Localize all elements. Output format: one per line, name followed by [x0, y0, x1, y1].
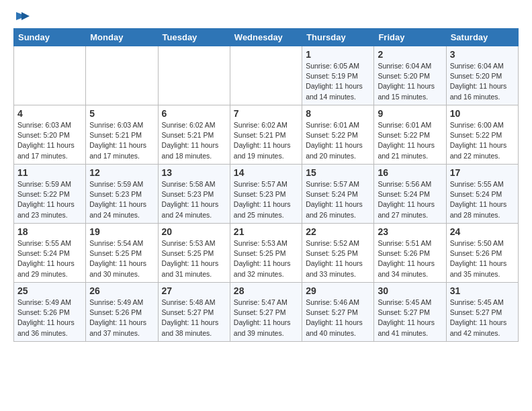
day-info: Sunrise: 5:47 AM Sunset: 5:27 PM Dayligh… [234, 298, 298, 338]
day-number: 3 [450, 49, 515, 60]
day-info: Sunrise: 5:56 AM Sunset: 5:24 PM Dayligh… [378, 179, 442, 220]
calendar-cell [86, 46, 158, 105]
day-info: Sunrise: 5:53 AM Sunset: 5:25 PM Dayligh… [234, 238, 298, 279]
calendar-cell: 3Sunrise: 6:04 AM Sunset: 5:20 PM Daylig… [446, 46, 518, 105]
day-info: Sunrise: 6:00 AM Sunset: 5:22 PM Dayligh… [450, 120, 515, 161]
calendar-cell: 21Sunrise: 5:53 AM Sunset: 5:25 PM Dayli… [230, 224, 302, 283]
day-info: Sunrise: 5:52 AM Sunset: 5:25 PM Dayligh… [306, 238, 370, 279]
day-info: Sunrise: 5:51 AM Sunset: 5:26 PM Dayligh… [378, 238, 442, 279]
calendar-cell: 25Sunrise: 5:49 AM Sunset: 5:26 PM Dayli… [14, 283, 86, 342]
day-info: Sunrise: 5:46 AM Sunset: 5:27 PM Dayligh… [306, 298, 370, 338]
calendar-cell: 6Sunrise: 6:02 AM Sunset: 5:21 PM Daylig… [158, 105, 230, 165]
day-info: Sunrise: 5:49 AM Sunset: 5:26 PM Dayligh… [89, 298, 154, 338]
day-number: 4 [17, 108, 82, 119]
calendar-cell: 30Sunrise: 5:45 AM Sunset: 5:27 PM Dayli… [374, 283, 446, 342]
day-number: 2 [378, 49, 442, 60]
calendar-cell [158, 46, 230, 105]
day-number: 16 [378, 167, 442, 178]
day-info: Sunrise: 5:54 AM Sunset: 5:25 PM Dayligh… [89, 238, 154, 279]
day-number: 20 [162, 226, 226, 237]
calendar-cell: 22Sunrise: 5:52 AM Sunset: 5:25 PM Dayli… [302, 224, 374, 283]
day-number: 25 [17, 285, 82, 296]
day-number: 12 [89, 167, 154, 178]
day-number: 19 [89, 226, 154, 237]
calendar-cell: 12Sunrise: 5:59 AM Sunset: 5:23 PM Dayli… [86, 165, 158, 224]
calendar-cell: 27Sunrise: 5:48 AM Sunset: 5:27 PM Dayli… [158, 283, 230, 342]
calendar-cell: 8Sunrise: 6:01 AM Sunset: 5:22 PM Daylig… [302, 105, 374, 165]
day-number: 8 [306, 108, 370, 119]
svg-marker-1 [21, 12, 30, 20]
day-number: 28 [234, 285, 298, 296]
calendar-week-3: 18Sunrise: 5:55 AM Sunset: 5:24 PM Dayli… [14, 224, 519, 283]
day-info: Sunrise: 5:50 AM Sunset: 5:26 PM Dayligh… [450, 238, 515, 279]
calendar-cell: 7Sunrise: 6:02 AM Sunset: 5:21 PM Daylig… [230, 105, 302, 165]
day-info: Sunrise: 6:04 AM Sunset: 5:20 PM Dayligh… [378, 61, 442, 102]
calendar-cell: 28Sunrise: 5:47 AM Sunset: 5:27 PM Dayli… [230, 283, 302, 342]
col-header-tuesday: Tuesday [158, 29, 230, 46]
calendar-cell: 23Sunrise: 5:51 AM Sunset: 5:26 PM Dayli… [374, 224, 446, 283]
day-number: 26 [89, 285, 154, 296]
day-info: Sunrise: 5:57 AM Sunset: 5:23 PM Dayligh… [234, 179, 298, 220]
day-number: 14 [234, 167, 298, 178]
day-number: 10 [450, 108, 515, 119]
day-number: 31 [450, 285, 515, 296]
day-number: 29 [306, 285, 370, 296]
day-number: 27 [162, 285, 226, 296]
calendar-cell: 17Sunrise: 5:55 AM Sunset: 5:24 PM Dayli… [446, 165, 518, 224]
day-info: Sunrise: 5:59 AM Sunset: 5:22 PM Dayligh… [17, 179, 82, 220]
day-info: Sunrise: 5:48 AM Sunset: 5:27 PM Dayligh… [162, 298, 226, 338]
day-number: 22 [306, 226, 370, 237]
calendar-cell: 9Sunrise: 6:01 AM Sunset: 5:22 PM Daylig… [374, 105, 446, 165]
calendar-cell: 24Sunrise: 5:50 AM Sunset: 5:26 PM Dayli… [446, 224, 518, 283]
day-info: Sunrise: 6:04 AM Sunset: 5:20 PM Dayligh… [450, 61, 515, 102]
calendar-cell: 11Sunrise: 5:59 AM Sunset: 5:22 PM Dayli… [14, 165, 86, 224]
day-info: Sunrise: 5:45 AM Sunset: 5:27 PM Dayligh… [378, 298, 442, 338]
day-number: 9 [378, 108, 442, 119]
day-number: 18 [17, 226, 82, 237]
day-number: 15 [306, 167, 370, 178]
day-info: Sunrise: 5:59 AM Sunset: 5:23 PM Dayligh… [89, 179, 154, 220]
calendar-table: SundayMondayTuesdayWednesdayThursdayFrid… [13, 28, 519, 342]
col-header-saturday: Saturday [446, 29, 518, 46]
day-number: 11 [17, 167, 82, 178]
day-info: Sunrise: 6:01 AM Sunset: 5:22 PM Dayligh… [378, 120, 442, 161]
calendar-cell: 16Sunrise: 5:56 AM Sunset: 5:24 PM Dayli… [374, 165, 446, 224]
day-number: 7 [234, 108, 298, 119]
day-info: Sunrise: 5:45 AM Sunset: 5:27 PM Dayligh… [450, 298, 515, 338]
col-header-friday: Friday [374, 29, 446, 46]
calendar-cell: 13Sunrise: 5:58 AM Sunset: 5:23 PM Dayli… [158, 165, 230, 224]
calendar-week-0: 1Sunrise: 6:05 AM Sunset: 5:19 PM Daylig… [14, 46, 519, 105]
col-header-thursday: Thursday [302, 29, 374, 46]
col-header-monday: Monday [86, 29, 158, 46]
page-header [13, 11, 519, 21]
calendar-cell: 26Sunrise: 5:49 AM Sunset: 5:26 PM Dayli… [86, 283, 158, 342]
calendar-cell [230, 46, 302, 105]
calendar-cell: 2Sunrise: 6:04 AM Sunset: 5:20 PM Daylig… [374, 46, 446, 105]
calendar-cell: 19Sunrise: 5:54 AM Sunset: 5:25 PM Dayli… [86, 224, 158, 283]
calendar-cell: 14Sunrise: 5:57 AM Sunset: 5:23 PM Dayli… [230, 165, 302, 224]
calendar-cell: 10Sunrise: 6:00 AM Sunset: 5:22 PM Dayli… [446, 105, 518, 165]
day-info: Sunrise: 6:05 AM Sunset: 5:19 PM Dayligh… [306, 61, 370, 102]
logo [13, 11, 30, 21]
day-info: Sunrise: 6:02 AM Sunset: 5:21 PM Dayligh… [162, 120, 226, 161]
day-info: Sunrise: 5:55 AM Sunset: 5:24 PM Dayligh… [450, 179, 515, 220]
day-number: 21 [234, 226, 298, 237]
calendar-cell: 29Sunrise: 5:46 AM Sunset: 5:27 PM Dayli… [302, 283, 374, 342]
day-number: 5 [89, 108, 154, 119]
calendar-cell: 15Sunrise: 5:57 AM Sunset: 5:24 PM Dayli… [302, 165, 374, 224]
day-info: Sunrise: 5:53 AM Sunset: 5:25 PM Dayligh… [162, 238, 226, 279]
calendar-cell [14, 46, 86, 105]
calendar-cell: 31Sunrise: 5:45 AM Sunset: 5:27 PM Dayli… [446, 283, 518, 342]
calendar-week-2: 11Sunrise: 5:59 AM Sunset: 5:22 PM Dayli… [14, 165, 519, 224]
day-number: 6 [162, 108, 226, 119]
calendar-week-4: 25Sunrise: 5:49 AM Sunset: 5:26 PM Dayli… [14, 283, 519, 342]
day-info: Sunrise: 6:01 AM Sunset: 5:22 PM Dayligh… [306, 120, 370, 161]
day-info: Sunrise: 6:03 AM Sunset: 5:21 PM Dayligh… [89, 120, 154, 161]
day-number: 24 [450, 226, 515, 237]
day-info: Sunrise: 5:58 AM Sunset: 5:23 PM Dayligh… [162, 179, 226, 220]
col-header-sunday: Sunday [14, 29, 86, 46]
calendar-cell: 5Sunrise: 6:03 AM Sunset: 5:21 PM Daylig… [86, 105, 158, 165]
calendar-cell: 4Sunrise: 6:03 AM Sunset: 5:20 PM Daylig… [14, 105, 86, 165]
calendar-week-1: 4Sunrise: 6:03 AM Sunset: 5:20 PM Daylig… [14, 105, 519, 165]
day-number: 17 [450, 167, 515, 178]
